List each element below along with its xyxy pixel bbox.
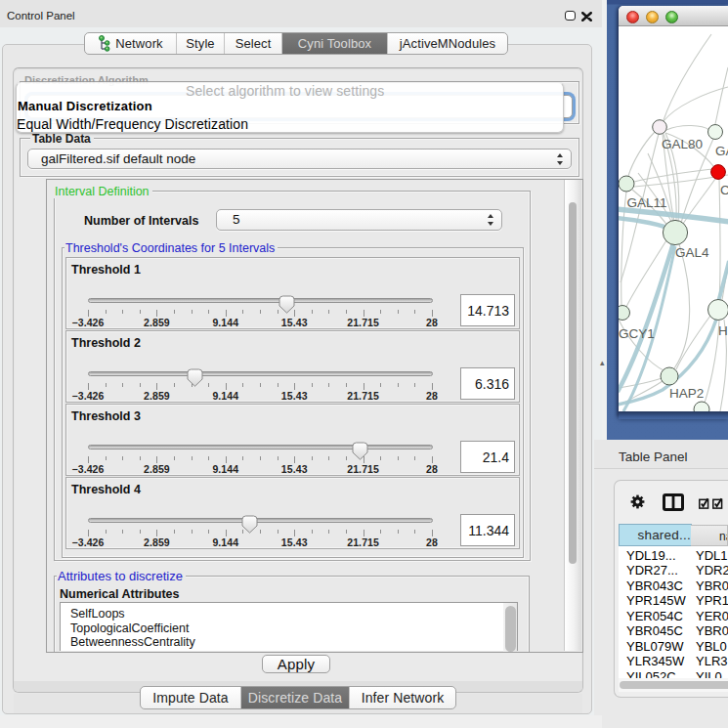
svg-text:GAL11: GAL11 bbox=[627, 195, 667, 210]
svg-text:H: H bbox=[718, 323, 728, 338]
svg-text:GAL4: GAL4 bbox=[675, 245, 709, 260]
svg-text:C: C bbox=[720, 183, 728, 197]
svg-text:HAP2: HAP2 bbox=[669, 386, 704, 401]
svg-text:GA: GA bbox=[715, 144, 728, 158]
svg-text:GAL80: GAL80 bbox=[662, 137, 703, 151]
svg-text:GCY1: GCY1 bbox=[619, 326, 655, 341]
